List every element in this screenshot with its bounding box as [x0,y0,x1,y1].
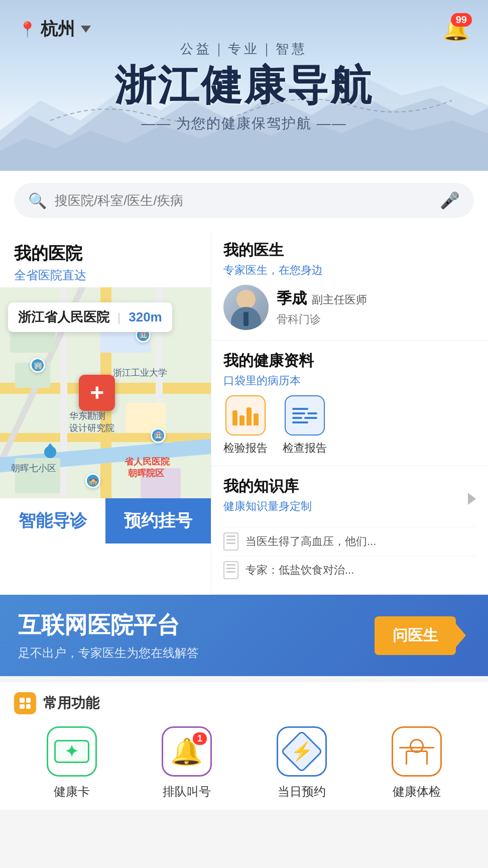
knowledge-item[interactable]: 专家：低盐饮食对治... [223,556,476,584]
exam-report-icon [285,395,325,436]
document-icon [223,532,238,551]
doctor-avatar [223,285,269,330]
today-appointment-label: 当日预约 [278,784,326,800]
ask-doctor-label: 问医生 [393,625,438,646]
ask-doctor-arrow [454,621,466,649]
bar-col [232,410,237,425]
grid-icon [20,698,31,709]
my-hospital-panel: 我的医院 全省医院直达 [0,230,211,595]
lab-report-icon [225,395,266,436]
banner-tagline: —— 为您的健康保驾护航 —— [0,114,488,133]
search-bar[interactable]: 🔍 🎤 [14,183,474,218]
my-knowledge-section: 我的知识库 健康知识量身定制 当医生得了高血压，他们... 专家：低盐饮食对治.… [211,466,488,595]
search-input[interactable] [55,193,432,208]
main-grid: 我的医院 全省医院直达 [0,230,488,595]
knowledge-items: 当医生得了高血压，他们... 专家：低盐饮食对治... [223,527,476,584]
health-checkup-function[interactable]: 健康体检 [392,726,442,800]
health-data-title: 我的健康资料 [223,351,476,371]
document-icon [223,561,238,579]
common-functions-icon [14,692,36,714]
internet-hospital-title: 互联网医院平台 [18,610,199,641]
health-card-icon-box: ✦ [47,726,97,777]
person-icon [399,739,434,765]
ask-doctor-button[interactable]: 问医生 [375,616,456,655]
my-hospital-subtitle[interactable]: 全省医院直达 [14,267,199,283]
smart-diagnosis-button[interactable]: 智能导诊 [0,498,105,544]
health-card-cross: ✦ [65,742,78,761]
bar-col [239,415,245,425]
map-label-hospital-branch: 省人民医院 [125,456,170,468]
map-poi: 🏫 [85,473,100,488]
common-functions-title: 常用功能 [43,694,99,713]
main-hospital-marker: + [79,375,115,411]
common-functions-section: 常用功能 ✦ 健康卡 🔔 1 排队叫号 [0,682,488,810]
person-body [406,750,428,765]
chevron-down-icon [81,26,91,33]
lightning-icon: ⚡ [290,741,313,762]
bar-col [254,413,259,425]
microphone-icon[interactable]: 🎤 [440,191,460,210]
internet-hospital-subtitle: 足不出户，专家医生为您在线解答 [18,645,199,661]
banner-text: 公益｜专业｜智慧 浙江健康导航 —— 为您的健康保驾护航 —— [0,40,488,133]
knowledge-header: 我的知识库 健康知识量身定制 [223,476,476,521]
today-appointment-function[interactable]: ⚡ 当日预约 [277,726,327,800]
exam-report-item[interactable]: 检查报告 [283,395,327,456]
health-checkup-label: 健康体检 [393,784,441,800]
bar-chart-icon [232,405,259,425]
my-hospital-title: 我的医院 [14,242,199,265]
doctor-figure-tie [243,312,249,326]
doctor-card[interactable]: 季成 副主任医师 骨科门诊 [223,285,476,330]
doctor-figure-head [236,290,256,309]
knowledge-item-text: 当医生得了高血压，他们... [246,534,376,549]
health-card-function[interactable]: ✦ 健康卡 [47,726,97,800]
chevron-right-icon[interactable] [468,493,476,505]
health-icons-row: 检验报告 检查报告 [223,395,476,456]
queue-bell-function[interactable]: 🔔 1 排队叫号 [162,726,212,800]
map-label: 浙江工业大学 [113,367,167,379]
hospital-callout: 浙江省人民医院 | 320m [8,302,172,332]
notification-button[interactable]: 🔔 99 [442,15,470,43]
my-hospital-header: 我的医院 全省医院直达 [0,230,211,287]
doctor-avatar-image [223,285,269,330]
notification-badge: 99 [451,13,472,27]
right-panel: 我的医生 专家医生，在您身边 季成 副主任医师 骨科门诊 [211,230,488,595]
bell-with-number: 🔔 1 [170,736,203,767]
water-drop-marker [44,443,56,458]
banner-title: 浙江健康导航 [0,63,488,108]
hospital-map[interactable]: 海外海德胜大厦 浙江工业大学 华东勘测 设计研究院 朝晖七小区 省人民医院 朝晖… [0,287,211,498]
cross-icon: + [90,381,104,405]
knowledge-title-group: 我的知识库 健康知识量身定制 [223,476,312,521]
knowledge-item[interactable]: 当医生得了高血压，他们... [223,527,476,556]
map-poi: 🏢 [30,358,45,373]
my-doctor-title: 我的医生 [223,240,476,261]
internet-hospital-info: 互联网医院平台 足不出户，专家医生为您在线解答 [18,610,199,661]
bar-col [247,407,252,425]
health-card-icon: ✦ [54,740,89,763]
search-section: 🔍 🎤 [0,171,488,230]
knowledge-item-text: 专家：低盐饮食对治... [246,563,354,578]
appointment-button[interactable]: 预约挂号 [105,498,211,544]
doctor-name: 季成 [277,288,307,309]
queue-bell-icon-box: 🔔 1 [162,726,212,777]
doctor-title: 副主任医师 [312,292,367,307]
my-doctor-section: 我的医生 专家医生，在您身边 季成 副主任医师 骨科门诊 [211,230,488,341]
person-arms [399,747,434,748]
location-text: 杭州 [41,18,75,41]
map-label: 设计研究院 [69,422,114,434]
functions-row: ✦ 健康卡 🔔 1 排队叫号 ⚡ 当日预约 [14,726,474,800]
header-banner: 📍 杭州 🔔 99 公益｜专业｜智慧 浙江健康导航 —— 为您的健康保驾护航 —… [0,0,488,171]
knowledge-subtitle: 健康知识量身定制 [223,499,312,514]
health-card-label: 健康卡 [54,784,90,800]
queue-bell-label: 排队叫号 [163,784,211,800]
left-bottom-buttons: 智能导诊 预约挂号 [0,498,211,544]
location-selector[interactable]: 📍 杭州 [18,18,91,41]
appointment-label: 预约挂号 [124,509,192,532]
hospital-distance: 320m [129,309,162,325]
hospital-name: 浙江省人民医院 [18,308,109,326]
lab-report-item[interactable]: 检验报告 [223,395,268,456]
exam-report-label: 检查报告 [283,441,327,456]
map-background: 海外海德胜大厦 浙江工业大学 华东勘测 设计研究院 朝晖七小区 省人民医院 朝晖… [0,287,211,498]
doctor-info: 季成 副主任医师 骨科门诊 [277,288,476,327]
lines-icon [292,408,317,423]
banner-subtitle: 公益｜专业｜智慧 [0,40,488,58]
